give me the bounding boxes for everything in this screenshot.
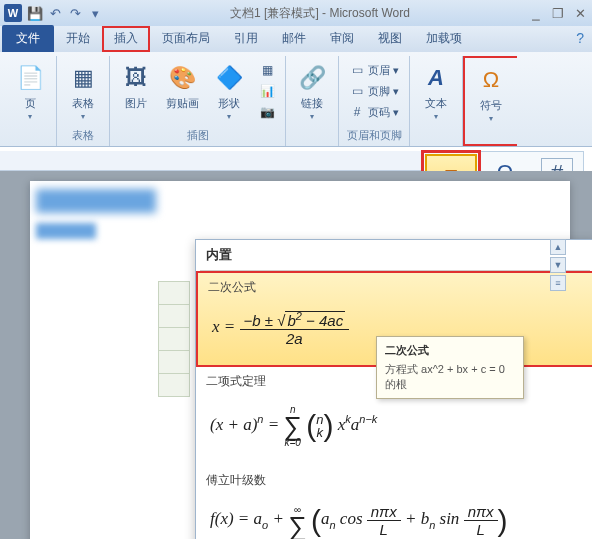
gallery-item-fourier[interactable]: 傅立叶级数 f(x) = ao + ∞∑ (an cos nπxL + bn s… <box>196 466 592 539</box>
group-label-tables: 表格 <box>63 127 103 144</box>
margin-cells <box>158 281 190 396</box>
tab-insert[interactable]: 插入 <box>102 26 150 52</box>
screenshot-button[interactable]: 📷 <box>255 102 279 122</box>
group-label <box>10 142 50 144</box>
maximize-button[interactable]: ❐ <box>550 6 566 21</box>
group-pages: 📄 页 ▾ <box>4 56 57 146</box>
footer-icon: ▭ <box>349 83 365 99</box>
symbol-button[interactable]: Ω 符号 ▾ <box>471 62 511 125</box>
minimize-button[interactable]: ⎯ <box>528 6 544 21</box>
page-icon: 📄 <box>14 62 46 94</box>
scroll-more-button[interactable]: ≡ <box>550 275 566 291</box>
page-number-icon: # <box>349 104 365 120</box>
shapes-button[interactable]: 🔷 形状 ▾ <box>209 60 249 123</box>
qat-more[interactable]: ▾ <box>86 4 104 22</box>
blurred-heading <box>36 189 156 213</box>
tooltip-body: 方程式 ax^2 + bx + c = 0 的根 <box>385 362 515 392</box>
app-icon: W <box>4 4 22 22</box>
tooltip-title: 二次公式 <box>385 343 515 358</box>
picture-button[interactable]: 🖼 图片 <box>116 60 156 113</box>
ruler <box>0 151 432 171</box>
table-icon: ▦ <box>67 62 99 94</box>
text-button[interactable]: A 文本 ▾ <box>416 60 456 123</box>
group-illustrations: 🖼 图片 🎨 剪贴画 🔷 形状 ▾ ▦ 📊 📷 插图 <box>110 56 286 146</box>
tab-addins[interactable]: 加载项 <box>414 26 474 52</box>
undo-button[interactable]: ↶ <box>46 4 64 22</box>
tab-review[interactable]: 审阅 <box>318 26 366 52</box>
redo-button[interactable]: ↷ <box>66 4 84 22</box>
smartart-icon: ▦ <box>259 62 275 78</box>
dropdown-arrow-icon: ▾ <box>489 114 493 123</box>
tab-page-layout[interactable]: 页面布局 <box>150 26 222 52</box>
picture-icon: 🖼 <box>120 62 152 94</box>
links-button[interactable]: 🔗 链接 ▾ <box>292 60 332 123</box>
group-header-footer: ▭页眉 ▾ ▭页脚 ▾ #页码 ▾ 页眉和页脚 <box>339 56 410 146</box>
group-text: A 文本 ▾ <box>410 56 463 146</box>
close-button[interactable]: ✕ <box>572 6 588 21</box>
pages-label: 页 <box>25 96 36 111</box>
group-links: 🔗 链接 ▾ <box>286 56 339 146</box>
dropdown-arrow-icon: ▾ <box>81 112 85 121</box>
clipart-icon: 🎨 <box>167 62 199 94</box>
gallery-item-label: 二次公式 <box>208 279 582 296</box>
pages-button[interactable]: 📄 页 ▾ <box>10 60 50 123</box>
document-area: 内置 二次公式 x = −b ± √b2 − 4ac2a 二项式定理 (x + … <box>0 171 592 539</box>
tab-references[interactable]: 引用 <box>222 26 270 52</box>
window-title: 文档1 [兼容模式] - Microsoft Word <box>112 5 528 22</box>
tab-mailings[interactable]: 邮件 <box>270 26 318 52</box>
header-button[interactable]: ▭页眉 ▾ <box>345 60 403 80</box>
page-number-button[interactable]: #页码 ▾ <box>345 102 403 122</box>
omega-icon: Ω <box>475 64 507 96</box>
dropdown-arrow-icon: ▾ <box>28 112 32 121</box>
group-tables: ▦ 表格 ▾ 表格 <box>57 56 110 146</box>
tab-view[interactable]: 视图 <box>366 26 414 52</box>
tab-file[interactable]: 文件 <box>2 25 54 52</box>
dropdown-arrow-icon: ▾ <box>310 112 314 121</box>
formula-fourier: f(x) = ao + ∞∑ (an cos nπxL + bn sin nπx… <box>206 495 584 539</box>
clipart-button[interactable]: 🎨 剪贴画 <box>162 60 203 113</box>
ribbon: 📄 页 ▾ ▦ 表格 ▾ 表格 🖼 图片 🎨 剪贴画 <box>0 52 592 147</box>
blurred-subheading <box>36 223 96 239</box>
dropdown-arrow-icon: ▾ <box>227 112 231 121</box>
page: 内置 二次公式 x = −b ± √b2 − 4ac2a 二项式定理 (x + … <box>30 181 570 539</box>
dropdown-arrow-icon: ▾ <box>434 112 438 121</box>
footer-button[interactable]: ▭页脚 ▾ <box>345 81 403 101</box>
ribbon-tabs: 文件 开始 插入 页面布局 引用 邮件 审阅 视图 加载项 ? <box>0 26 592 52</box>
table-label: 表格 <box>72 96 94 111</box>
textbox-icon: A <box>420 62 452 94</box>
tab-home[interactable]: 开始 <box>54 26 102 52</box>
chart-button[interactable]: 📊 <box>255 81 279 101</box>
gallery-item-label: 傅立叶级数 <box>206 472 584 489</box>
illus-small-buttons: ▦ 📊 📷 <box>255 60 279 122</box>
titlebar: W 💾 ↶ ↷ ▾ 文档1 [兼容模式] - Microsoft Word ⎯ … <box>0 0 592 26</box>
save-button[interactable]: 💾 <box>26 4 44 22</box>
group-label-hf: 页眉和页脚 <box>345 127 403 144</box>
gallery-header: 内置 <box>196 240 592 270</box>
shapes-icon: 🔷 <box>213 62 245 94</box>
header-icon: ▭ <box>349 62 365 78</box>
window-controls: ⎯ ❐ ✕ <box>528 6 588 21</box>
scroll-up-button[interactable]: ▲ <box>550 239 566 255</box>
scroll-down-button[interactable]: ▼ <box>550 257 566 273</box>
tooltip: 二次公式 方程式 ax^2 + bx + c = 0 的根 <box>376 336 524 399</box>
table-button[interactable]: ▦ 表格 ▾ <box>63 60 103 123</box>
smartart-button[interactable]: ▦ <box>255 60 279 80</box>
quick-access-toolbar: 💾 ↶ ↷ ▾ <box>26 4 104 22</box>
chart-icon: 📊 <box>259 83 275 99</box>
group-label-illus: 插图 <box>116 127 279 144</box>
hyperlink-icon: 🔗 <box>296 62 328 94</box>
help-icon[interactable]: ? <box>576 30 584 46</box>
screenshot-icon: 📷 <box>259 104 275 120</box>
formula-binomial: (x + a)n = n∑k=0 (nk) xkan−k <box>206 396 584 456</box>
group-symbol: Ω 符号 ▾ <box>463 56 517 146</box>
gallery-scroll: ▲ ▼ ≡ <box>550 239 568 539</box>
